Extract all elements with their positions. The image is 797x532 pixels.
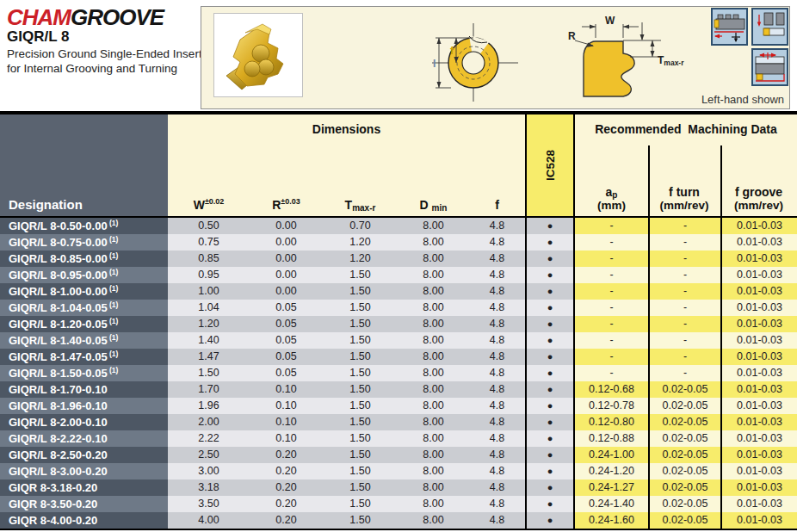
cell-fgroove: 0.01-0.03 [720, 414, 797, 430]
cell-t: 1.50 [323, 430, 398, 447]
table-row: GIQR/L 8-0.95-0.00 (1)0.950.001.508.004.… [0, 267, 797, 283]
cell-ap: 0.24-1.00 [575, 447, 648, 463]
cell-d: 8.00 [398, 463, 469, 479]
cell-grade-dot: ● [525, 496, 575, 512]
ring-front-view-diagram-icon: I f [398, 22, 520, 103]
cell-r: 0.20 [250, 496, 323, 512]
cell-fturn: - [648, 218, 720, 234]
table-row: GIQR/L 8-1.40-0.05 (1)1.400.051.508.004.… [0, 332, 797, 349]
table-row: GIQR/L 8-3.00-0.203.000.201.508.004.8●0.… [0, 463, 797, 479]
cell-r: 0.10 [250, 414, 323, 430]
cell-designation: GIQR/L 8-1.20-0.05 (1) [0, 316, 168, 332]
cell-d: 8.00 [398, 512, 469, 529]
cell-fgroove: 0.01-0.03 [720, 316, 797, 332]
cell-ap: - [575, 349, 648, 365]
cell-designation: GIQR 8-4.00-0.20 [0, 512, 168, 529]
cell-f: 4.8 [469, 381, 525, 398]
cell-f: 4.8 [469, 430, 525, 447]
cell-r: 0.20 [250, 479, 323, 496]
cell-f: 4.8 [469, 267, 525, 283]
ring-dim-outer-label: I [433, 58, 436, 70]
cell-f: 4.8 [469, 447, 525, 463]
cell-designation: GIQR/L 8-1.40-0.05 (1) [0, 332, 168, 349]
product-description-line2: for Internal Grooving and Turning [7, 62, 177, 75]
cell-w: 3.00 [168, 463, 250, 479]
cell-f: 4.8 [469, 316, 525, 332]
cell-grade-dot: ● [525, 447, 575, 463]
designation-header-cell: Designation [0, 114, 168, 216]
cell-f: 4.8 [469, 251, 525, 267]
cell-designation: GIQR/L 8-0.85-0.00 (1) [0, 251, 168, 267]
cell-fgroove: 0.01-0.03 [720, 447, 797, 463]
cell-t: 1.50 [323, 267, 398, 283]
cell-ap: - [575, 234, 648, 251]
designation-footnote: (1) [108, 366, 119, 374]
cell-fturn: - [648, 267, 720, 283]
cell-w: 1.04 [168, 300, 250, 316]
cell-grade-dot: ● [525, 414, 575, 430]
cell-grade-dot: ● [525, 218, 575, 234]
cell-d: 8.00 [398, 300, 469, 316]
cell-grade-dot: ● [525, 267, 575, 283]
cell-d: 8.00 [398, 398, 469, 414]
cell-fgroove: 0.01-0.03 [720, 234, 797, 251]
brand-logo-groove: GROOVE [71, 4, 164, 30]
profile-dim-width-label: W [605, 15, 615, 27]
cell-d: 8.00 [398, 496, 469, 512]
col-header-d: D min [398, 198, 469, 212]
grade-column-header: IC528 [525, 114, 575, 216]
cell-w: 1.20 [168, 316, 250, 332]
cell-grade-dot: ● [525, 251, 575, 267]
table-header: Designation Dimensions Recommended Machi… [0, 114, 797, 218]
cell-f: 4.8 [469, 512, 525, 529]
cell-f: 4.8 [469, 414, 525, 430]
cell-ap: 0.24-1.40 [575, 496, 648, 512]
cell-d: 8.00 [398, 365, 469, 381]
cell-fgroove: 0.01-0.03 [720, 332, 797, 349]
col-header-t: Tmax-r [323, 198, 398, 212]
cell-t: 1.50 [323, 479, 398, 496]
cell-w: 0.50 [168, 218, 250, 234]
cell-designation: GIQR/L 8-0.50-0.00 (1) [0, 218, 168, 234]
cell-t: 1.50 [323, 300, 398, 316]
table-row: GIQR/L 8-1.96-0.101.960.101.508.004.8●0.… [0, 398, 797, 414]
cell-r: 0.10 [250, 430, 323, 447]
cell-designation: GIQR/L 8-1.70-0.10 [0, 381, 168, 398]
cell-ap: 0.12-0.88 [575, 430, 648, 447]
cell-f: 4.8 [469, 479, 525, 496]
cell-fturn: - [648, 349, 720, 365]
cell-d: 8.00 [398, 283, 469, 300]
cell-t: 0.70 [323, 218, 398, 234]
cell-designation: GIQR/L 8-1.50-0.05 (1) [0, 365, 168, 381]
cell-grade-dot: ● [525, 381, 575, 398]
cell-t: 1.50 [323, 463, 398, 479]
cell-w: 1.00 [168, 283, 250, 300]
table-row: GIQR/L 8-1.50-0.05 (1)1.500.051.508.004.… [0, 365, 797, 381]
cell-t: 1.50 [323, 332, 398, 349]
cell-fturn: - [648, 332, 720, 349]
table-row: GIQR/L 8-0.85-0.00 (1)0.850.001.208.004.… [0, 251, 797, 267]
cell-r: 0.20 [250, 447, 323, 463]
cell-w: 3.50 [168, 496, 250, 512]
cell-fgroove: 0.01-0.03 [720, 381, 797, 398]
cell-w: 1.47 [168, 349, 250, 365]
table-row: GIQR 8-4.00-0.204.000.201.508.004.8●0.24… [0, 512, 797, 529]
cell-w: 4.00 [168, 512, 250, 529]
cell-w: 2.22 [168, 430, 250, 447]
cell-d: 8.00 [398, 332, 469, 349]
designation-footnote: (1) [108, 350, 119, 358]
cell-f: 4.8 [469, 496, 525, 512]
cell-r: 0.10 [250, 381, 323, 398]
axial-grooving-app-icon [751, 8, 788, 46]
internal-grooving-app-icon [711, 8, 748, 46]
cell-w: 1.96 [168, 398, 250, 414]
cell-fturn: 0.02-0.05 [648, 381, 720, 398]
cell-fturn: 0.02-0.05 [648, 447, 720, 463]
cell-f: 4.8 [469, 398, 525, 414]
cell-ap: - [575, 251, 648, 267]
cell-fgroove: 0.01-0.03 [720, 251, 797, 267]
cell-fgroove: 0.01-0.03 [720, 349, 797, 365]
cell-r: 0.10 [250, 398, 323, 414]
cell-f: 4.8 [469, 332, 525, 349]
cell-fgroove: 0.01-0.03 [720, 267, 797, 283]
